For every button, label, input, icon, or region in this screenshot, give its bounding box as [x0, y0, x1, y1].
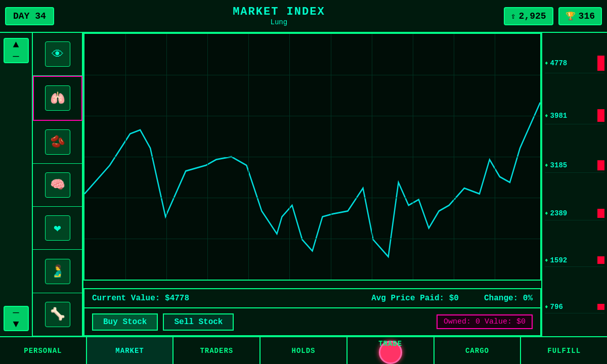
price-value-1: 4778	[550, 59, 568, 67]
screen: DAY 34 MARKET INDEX Lung ⇧ 2,925 🏆 316 ▲…	[0, 0, 607, 364]
sell-stock-button[interactable]: Sell Stock	[163, 313, 234, 331]
cv-value-text: $4778	[165, 294, 189, 303]
price-row-6: ♦ 796	[545, 303, 604, 313]
nav-cargo-label: CARGO	[465, 347, 489, 355]
price-value-6: 796	[550, 303, 563, 311]
change-label: Change: 0%	[484, 294, 533, 303]
price-indicator-4: ♦	[545, 210, 548, 216]
market-title-block: MARKET INDEX Lung	[54, 6, 504, 26]
heart-icon: ❤	[45, 215, 70, 241]
grid-h-2	[84, 116, 540, 116]
grid-h-1	[84, 75, 540, 75]
buy-stock-button[interactable]: Buy Stock	[92, 313, 158, 331]
price-indicator-2: ♦	[545, 113, 548, 119]
trade-bar: Buy Stock Sell Stock Owned: 0 Value: $0	[83, 308, 541, 336]
price-row-4: ♦ 2389	[545, 209, 604, 220]
organ-item-lung[interactable]: 🫁	[33, 76, 82, 120]
owned-val: $0	[516, 317, 526, 326]
day-badge: DAY 34	[5, 7, 54, 25]
grid-v-5	[289, 34, 290, 280]
owned-info: Owned: 0 Value: $0	[437, 314, 533, 329]
stat-badge-2: 🏆 316	[558, 7, 602, 25]
top-stats: ⇧ 2,925 🏆 316	[504, 7, 602, 25]
grid-v-9	[454, 34, 454, 280]
bone-icon: 🦴	[45, 302, 70, 327]
grid-v-2	[166, 34, 167, 280]
organ-list: ▲— —▼ 👁 🫁 🫘 🧠 ❤	[0, 33, 82, 336]
price-row-5: ♦ 1592	[545, 256, 604, 267]
owned-label: Owned: 0 Value:	[444, 317, 512, 326]
lung-icon: 🫁	[45, 85, 70, 111]
nav-personal-label: PERSONAL	[24, 347, 62, 355]
price-levels: ♦ 4778 ♦ 3981 ♦ 3185 ♦ 2389 ♦ 1592	[542, 33, 607, 336]
nav-holds-label: HOLDS	[292, 347, 316, 355]
nav-arrows: ▲— —▼	[0, 33, 33, 336]
nav-trade[interactable]: TRADE	[348, 337, 435, 364]
nav-personal[interactable]: PERSONAL	[0, 337, 87, 364]
price-value-4: 2389	[550, 209, 568, 217]
bottom-nav: PERSONAL MARKET TRADERS HOLDS TRADE CARG…	[0, 336, 607, 364]
grid-v-6	[331, 34, 331, 280]
ap-label-text: Avg Price Paid:	[371, 294, 444, 303]
organ-item-stomach[interactable]: 🫃	[33, 250, 82, 293]
grid-v-3	[207, 34, 208, 280]
top-bar: DAY 34 MARKET INDEX Lung ⇧ 2,925 🏆 316	[0, 0, 607, 33]
market-sub-title: Lung	[54, 18, 504, 26]
grid-h-5	[84, 239, 540, 239]
current-value-label: Current Value: $4778	[92, 294, 189, 303]
stat1-value: 2,925	[519, 11, 546, 21]
grid-v-8	[413, 34, 413, 280]
right-sidebar: ♦ 4778 ♦ 3981 ♦ 3185 ♦ 2389 ♦ 1592	[541, 33, 607, 336]
market-index-title: MARKET INDEX	[54, 6, 504, 18]
organ-item-heart[interactable]: ❤	[33, 207, 82, 250]
avg-price-label: Avg Price Paid: $0	[371, 294, 459, 303]
nav-cargo[interactable]: CARGO	[435, 337, 522, 364]
price-indicator-5: ♦	[545, 257, 548, 263]
eye-icon: 👁	[45, 41, 70, 67]
chart-line	[84, 103, 540, 257]
organ-item-kidney[interactable]: 🫘	[33, 121, 82, 164]
scroll-up-button[interactable]: ▲—	[4, 38, 29, 63]
info-bar: Current Value: $4778 Avg Price Paid: $0 …	[83, 288, 541, 308]
price-row-2: ♦ 3981	[545, 109, 604, 124]
grid-v-4	[248, 34, 249, 280]
scroll-down-button[interactable]: —▼	[4, 306, 29, 331]
arrow-up-icon: ⇧	[511, 11, 516, 21]
nav-traders[interactable]: TRADERS	[174, 337, 261, 364]
ap-value-text: $0	[449, 294, 459, 303]
nav-market[interactable]: MARKET	[87, 337, 174, 364]
trophy-icon: 🏆	[566, 11, 576, 21]
nav-traders-label: TRADERS	[200, 347, 233, 355]
stat2-value: 316	[579, 11, 595, 21]
brain-icon: 🧠	[45, 172, 70, 198]
nav-holds[interactable]: HOLDS	[261, 337, 348, 364]
price-indicator-6: ♦	[545, 304, 548, 310]
owned-value-text: Owned: 0 Value: $0	[437, 314, 533, 329]
price-indicator-3: ♦	[545, 162, 548, 168]
chart-area	[83, 33, 541, 281]
price-value-3: 3185	[550, 161, 568, 169]
cv-label-text: Current Value:	[92, 294, 160, 303]
stat-badge-1: ⇧ 2,925	[504, 7, 553, 25]
nav-market-label: MARKET	[115, 347, 144, 355]
change-label-text: Change:	[484, 294, 518, 303]
price-value-5: 1592	[550, 256, 568, 264]
price-indicator-1: ♦	[545, 60, 548, 66]
organs-column: 👁 🫁 🫘 🧠 ❤ 🫃 🦴	[33, 33, 82, 336]
nav-fulfill-label: FULFILL	[547, 347, 581, 355]
nav-fulfill[interactable]: FULFILL	[521, 337, 607, 364]
grid-v-1	[125, 34, 126, 280]
price-value-2: 3981	[550, 112, 568, 120]
change-value-text: 0%	[523, 294, 533, 303]
organ-item-eye[interactable]: 👁	[33, 33, 82, 76]
organ-item-bone[interactable]: 🦴	[33, 293, 82, 336]
organ-item-brain[interactable]: 🧠	[33, 164, 82, 207]
stomach-icon: 🫃	[45, 259, 70, 284]
kidney-icon: 🫘	[45, 129, 70, 155]
price-row-3: ♦ 3185	[545, 160, 604, 173]
left-sidebar: ▲— —▼ 👁 🫁 🫘 🧠 ❤	[0, 33, 83, 336]
grid-h-3	[84, 157, 540, 157]
nav-trade-label: TRADE	[378, 340, 402, 348]
grid-v-7	[372, 34, 372, 280]
trade-buttons: Buy Stock Sell Stock	[92, 313, 234, 331]
